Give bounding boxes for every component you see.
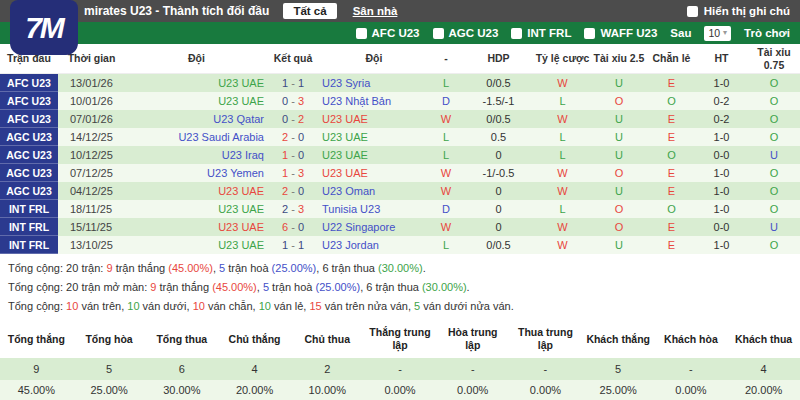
home-team: U23 UAE	[125, 185, 268, 197]
match-row[interactable]: AFC U2310/01/26U23 UAE0 - 3U23 Nhật BảnD…	[0, 92, 800, 110]
summary-segment: (45.00%)	[168, 262, 213, 274]
competition-cell: INT FRL	[0, 218, 58, 236]
date-cell: 13/01/26	[58, 77, 125, 89]
stats-percent-cell: 20.00%	[727, 380, 800, 400]
match-row[interactable]: AGC U2314/12/25U23 Saudi Arabia2 - 0U23 …	[0, 128, 800, 146]
stats-percent-cell: 20.00%	[218, 380, 291, 400]
stats-header-row: Tổng thắngTổng hòaTổng thuaChủ thắngChủ …	[0, 321, 800, 358]
away-team: U22 Singapore	[318, 221, 430, 233]
summary-segment: trận thắng	[156, 281, 212, 293]
away-team: U23 Syria	[318, 77, 430, 89]
home-team: U23 UAE	[125, 203, 268, 215]
over-under-25-cell: U	[590, 149, 648, 161]
league-checkbox[interactable]	[511, 28, 522, 39]
page-title: mirates U23 - Thành tích đối đầu	[84, 4, 269, 18]
league-label: INT FRL	[527, 27, 571, 39]
home-team: U23 Saudi Arabia	[125, 131, 268, 143]
score-cell: 0 - 3	[268, 95, 318, 107]
stats-count-cell: 4	[218, 358, 291, 380]
summary-line: Tổng cộng: 20 trận mở màn: 9 trận thắng …	[0, 278, 800, 297]
summary-segment: 10	[66, 300, 78, 312]
score-dash: -	[288, 203, 298, 215]
halftime-score-cell: 1-0	[695, 203, 748, 215]
over-under-075-cell: O	[748, 95, 800, 107]
league-checkbox[interactable]	[356, 28, 367, 39]
score-dash: -	[288, 185, 298, 197]
column-header: Đội	[318, 52, 430, 64]
over-under-25-cell: U	[590, 77, 648, 89]
competition-cell: AFC U23	[0, 110, 58, 128]
column-header: -	[430, 52, 462, 64]
summary-line: Tổng cộng: 10 ván trên, 10 ván dưới, 10 …	[0, 297, 800, 316]
summary-segment: 10	[259, 300, 271, 312]
match-row[interactable]: INT FRL13/10/25U23 UAE1 - 1U23 JordanL0/…	[0, 236, 800, 254]
tab-all[interactable]: Tất cả	[283, 3, 336, 19]
games-count-value: 10	[708, 27, 720, 39]
summary-segment: trận thua	[329, 262, 379, 274]
match-row[interactable]: INT FRL15/11/25U23 UAE6 - 0U22 Singapore…	[0, 218, 800, 236]
over-under-25-cell: U	[590, 131, 648, 143]
halftime-score-cell: 1-0	[695, 131, 748, 143]
match-row[interactable]: AGC U2304/12/25U23 UAE2 - 0U23 OmanW0WUE…	[0, 182, 800, 200]
stats-count-cell: -	[436, 358, 509, 380]
summary-segment: Tổng cộng:	[8, 300, 66, 312]
date-cell: 07/01/26	[58, 113, 125, 125]
score-dash: -	[288, 77, 298, 89]
stats-percent-cell: 30.00%	[145, 380, 218, 400]
over-under-075-cell: O	[748, 131, 800, 143]
hdp-cell: 0	[462, 203, 535, 215]
column-header: Tỷ lệ cược	[535, 52, 590, 64]
stats-column-header: Khách thua	[727, 321, 800, 358]
score-cell: 1 - 3	[268, 167, 318, 179]
games-count-dropdown[interactable]: 10 ▾	[704, 26, 731, 41]
stats-percent-cell: 25.00%	[582, 380, 655, 400]
summary-line: Tổng cộng: 20 trận: 9 trận thắng (45.00%…	[0, 259, 800, 278]
tab-home[interactable]: Sân nhà	[353, 5, 398, 17]
stats-count-cell: 2	[291, 358, 364, 380]
stats-count-cell: 6	[145, 358, 218, 380]
stats-count-cell: -	[509, 358, 582, 380]
filter-bar: AFC U23AGC U23INT FRLWAFF U23 Sau 10 ▾ T…	[0, 22, 800, 44]
halftime-score-cell: 0-2	[695, 95, 748, 107]
after-label: Sau	[670, 27, 691, 39]
stats-percent-cell: 0.00%	[655, 380, 728, 400]
competition-cell: AGC U23	[0, 128, 58, 146]
home-team: U23 Iraq	[125, 149, 268, 161]
stats-count-cell: 5	[582, 358, 655, 380]
result-cell: L	[430, 131, 462, 143]
competition-cell: AGC U23	[0, 146, 58, 164]
date-cell: 14/12/25	[58, 131, 125, 143]
games-label: Trò chơi	[744, 27, 790, 39]
brand-logo[interactable]: 7M	[10, 0, 78, 55]
over-under-25-cell: O	[590, 221, 648, 233]
odds-result-cell: W	[535, 221, 590, 233]
stats-table: Tổng thắngTổng hòaTổng thuaChủ thắngChủ …	[0, 321, 800, 400]
over-under-25-cell: U	[590, 239, 648, 251]
column-header: Tài xỉu 2.5	[590, 52, 648, 64]
summary-segment: trận thua	[372, 281, 422, 293]
away-team: U23 UAE	[318, 167, 430, 179]
match-row[interactable]: AGC U2310/12/25U23 Iraq1 - 0U23 UAEL0LUO…	[0, 146, 800, 164]
odds-result-cell: L	[535, 95, 590, 107]
stats-count-cell: 4	[727, 358, 800, 380]
stats-percent-cell: 45.00%	[0, 380, 73, 400]
summary-segment: 10	[127, 300, 139, 312]
stats-column-header: Tổng thắng	[0, 321, 73, 358]
odds-result-cell: W	[535, 239, 590, 251]
date-cell: 10/01/26	[58, 95, 125, 107]
match-row[interactable]: AFC U2307/01/26U23 Qatar0 - 2U23 UAEW0/0…	[0, 110, 800, 128]
over-under-075-cell: O	[748, 167, 800, 179]
score-cell: 2 - 0	[268, 131, 318, 143]
stats-count-cell: 5	[73, 358, 146, 380]
hdp-cell: 0	[462, 221, 535, 233]
stats-column-header: Tổng thua	[145, 321, 218, 358]
match-row[interactable]: AFC U2313/01/26U23 UAE1 - 1U23 SyriaL0/0…	[0, 74, 800, 92]
stats-percents-row: 45.00%25.00%30.00%20.00%10.00%0.00%0.00%…	[0, 380, 800, 400]
league-checkbox[interactable]	[584, 28, 595, 39]
match-row[interactable]: INT FRL18/11/25U23 UAE2 - 3Tunisia U23D0…	[0, 200, 800, 218]
stats-column-header: Thắng trung lập	[364, 321, 437, 358]
odd-even-cell: E	[648, 185, 695, 197]
notes-checkbox[interactable]	[687, 6, 698, 17]
match-row[interactable]: AGC U2307/12/25U23 Yemen1 - 3U23 UAEW-1/…	[0, 164, 800, 182]
league-checkbox[interactable]	[433, 28, 444, 39]
